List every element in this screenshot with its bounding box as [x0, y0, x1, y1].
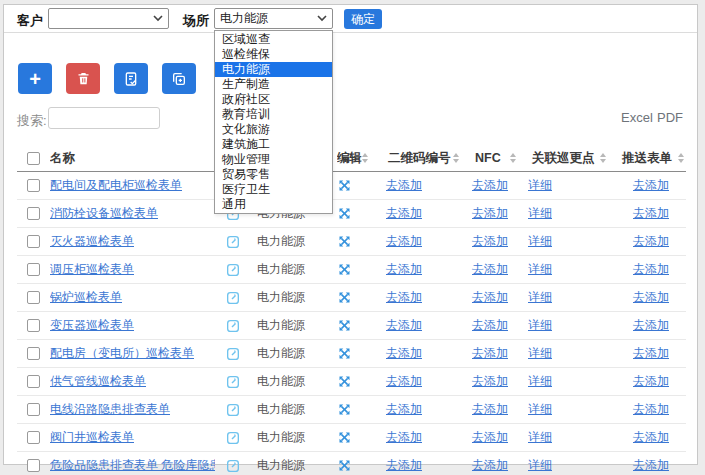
- patrol-detail-link[interactable]: 详细: [528, 401, 552, 418]
- export-excel-link[interactable]: Excel: [621, 110, 653, 125]
- export-pdf-link[interactable]: PDF: [657, 110, 683, 125]
- push-add-link[interactable]: 去添加: [633, 401, 669, 418]
- row-checkbox[interactable]: [27, 179, 40, 192]
- form-name-link[interactable]: 危险品隐患排查表单 危险库隐患: [50, 457, 215, 474]
- expand-edit-icon[interactable]: [337, 458, 373, 473]
- expand-edit-icon[interactable]: [337, 206, 373, 221]
- sort-icon[interactable]: [453, 153, 459, 163]
- form-name-link[interactable]: 配电房（变电所）巡检表单: [50, 345, 194, 362]
- header-patrol[interactable]: 关联巡更点: [518, 150, 608, 167]
- form-name-link[interactable]: 变压器巡检表单: [50, 317, 134, 334]
- qr-add-link[interactable]: 去添加: [386, 429, 422, 446]
- qr-add-link[interactable]: 去添加: [386, 457, 422, 474]
- dropdown-option[interactable]: 贸易零售: [215, 167, 332, 182]
- nfc-add-link[interactable]: 去添加: [472, 401, 508, 418]
- nfc-add-link[interactable]: 去添加: [472, 233, 508, 250]
- nfc-add-link[interactable]: 去添加: [472, 261, 508, 278]
- patrol-detail-link[interactable]: 详细: [528, 233, 552, 250]
- row-checkbox[interactable]: [27, 403, 40, 416]
- nfc-add-link[interactable]: 去添加: [472, 317, 508, 334]
- sort-icon[interactable]: [678, 153, 684, 163]
- note-edit-icon[interactable]: [215, 234, 251, 250]
- duplicate-button[interactable]: [162, 63, 196, 94]
- push-add-link[interactable]: 去添加: [633, 317, 669, 334]
- header-edit[interactable]: 编辑: [337, 150, 373, 167]
- nfc-add-link[interactable]: 去添加: [472, 457, 508, 474]
- expand-edit-icon[interactable]: [337, 374, 373, 389]
- form-name-link[interactable]: 消防栓设备巡检表单: [50, 205, 158, 222]
- qr-add-link[interactable]: 去添加: [386, 205, 422, 222]
- confirm-button[interactable]: 确定: [344, 9, 382, 29]
- nfc-add-link[interactable]: 去添加: [472, 177, 508, 194]
- form-name-link[interactable]: 调压柜巡检表单: [50, 261, 134, 278]
- push-add-link[interactable]: 去添加: [633, 457, 669, 474]
- search-input[interactable]: [48, 107, 160, 129]
- patrol-detail-link[interactable]: 详细: [528, 177, 552, 194]
- row-checkbox[interactable]: [27, 459, 40, 472]
- row-checkbox[interactable]: [27, 235, 40, 248]
- qr-add-link[interactable]: 去添加: [386, 261, 422, 278]
- qr-add-link[interactable]: 去添加: [386, 317, 422, 334]
- dropdown-option[interactable]: 生产制造: [215, 77, 332, 92]
- add-button[interactable]: +: [18, 63, 52, 94]
- note-edit-icon[interactable]: [215, 346, 251, 362]
- nfc-add-link[interactable]: 去添加: [472, 345, 508, 362]
- qr-add-link[interactable]: 去添加: [386, 289, 422, 306]
- patrol-detail-link[interactable]: 详细: [528, 317, 552, 334]
- expand-edit-icon[interactable]: [337, 262, 373, 277]
- header-nfc[interactable]: NFC: [461, 151, 518, 165]
- customer-select[interactable]: [48, 8, 169, 29]
- form-name-link[interactable]: 灭火器巡检表单: [50, 233, 134, 250]
- push-add-link[interactable]: 去添加: [633, 177, 669, 194]
- patrol-detail-link[interactable]: 详细: [528, 205, 552, 222]
- sort-icon[interactable]: [510, 153, 516, 163]
- dropdown-option[interactable]: 电力能源: [215, 62, 332, 77]
- expand-edit-icon[interactable]: [337, 290, 373, 305]
- header-name[interactable]: 名称: [50, 150, 215, 167]
- nfc-add-link[interactable]: 去添加: [472, 205, 508, 222]
- header-qr[interactable]: 二维码编号: [373, 150, 461, 167]
- patrol-detail-link[interactable]: 详细: [528, 261, 552, 278]
- row-checkbox[interactable]: [27, 431, 40, 444]
- note-edit-icon[interactable]: [215, 402, 251, 418]
- form-name-link[interactable]: 供气管线巡检表单: [50, 373, 146, 390]
- expand-edit-icon[interactable]: [337, 234, 373, 249]
- expand-edit-icon[interactable]: [337, 178, 373, 193]
- nfc-add-link[interactable]: 去添加: [472, 373, 508, 390]
- select-all-checkbox[interactable]: [27, 152, 40, 165]
- dropdown-option[interactable]: 通用: [215, 197, 332, 212]
- expand-edit-icon[interactable]: [337, 318, 373, 333]
- dropdown-option[interactable]: 区域巡查: [215, 32, 332, 47]
- note-edit-icon[interactable]: [215, 430, 251, 446]
- form-name-link[interactable]: 锅炉巡检表单: [50, 289, 122, 306]
- qr-add-link[interactable]: 去添加: [386, 401, 422, 418]
- qr-add-link[interactable]: 去添加: [386, 373, 422, 390]
- row-checkbox[interactable]: [27, 263, 40, 276]
- dropdown-option[interactable]: 物业管理: [215, 152, 332, 167]
- dropdown-option[interactable]: 巡检维保: [215, 47, 332, 62]
- delete-button[interactable]: [66, 63, 100, 94]
- form-name-link[interactable]: 电线沿路隐患排查表单: [50, 401, 170, 418]
- note-edit-icon[interactable]: [215, 262, 251, 278]
- dropdown-option[interactable]: 医疗卫生: [215, 182, 332, 197]
- note-edit-icon[interactable]: [215, 318, 251, 334]
- push-add-link[interactable]: 去添加: [633, 345, 669, 362]
- note-edit-icon[interactable]: [215, 374, 251, 390]
- sort-icon[interactable]: [600, 153, 606, 163]
- expand-edit-icon[interactable]: [337, 346, 373, 361]
- patrol-detail-link[interactable]: 详细: [528, 289, 552, 306]
- dropdown-option[interactable]: 建筑施工: [215, 137, 332, 152]
- push-add-link[interactable]: 去添加: [633, 261, 669, 278]
- qr-add-link[interactable]: 去添加: [386, 177, 422, 194]
- push-add-link[interactable]: 去添加: [633, 373, 669, 390]
- patrol-detail-link[interactable]: 详细: [528, 373, 552, 390]
- expand-edit-icon[interactable]: [337, 430, 373, 445]
- dropdown-option[interactable]: 政府社区: [215, 92, 332, 107]
- dropdown-option[interactable]: 文化旅游: [215, 122, 332, 137]
- sort-icon[interactable]: [362, 153, 368, 163]
- place-select[interactable]: 电力能源: [214, 8, 333, 29]
- qr-add-link[interactable]: 去添加: [386, 233, 422, 250]
- dropdown-option[interactable]: 教育培训: [215, 107, 332, 122]
- patrol-detail-link[interactable]: 详细: [528, 457, 552, 474]
- push-add-link[interactable]: 去添加: [633, 429, 669, 446]
